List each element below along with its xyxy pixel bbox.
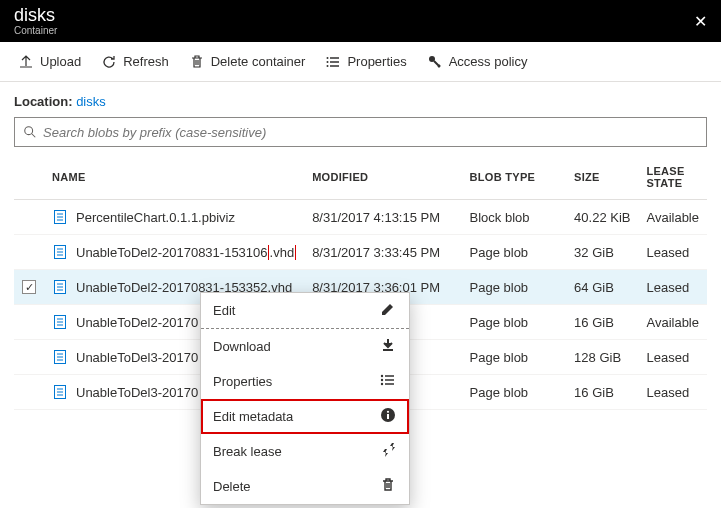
cell-size: 128 GiB xyxy=(566,340,638,375)
file-name: UnableToDel2-20170 xyxy=(76,315,198,330)
cell-modified: 8/31/2017 4:13:15 PM xyxy=(304,200,461,235)
window-subtitle: Container xyxy=(14,25,57,36)
cell-size: 16 GiB xyxy=(566,375,638,410)
cell-lease: Leased xyxy=(638,340,707,375)
context-menu-label: Break lease xyxy=(213,444,282,459)
cell-size: 40.22 KiB xyxy=(566,200,638,235)
column-size[interactable]: SIZE xyxy=(566,155,638,200)
svg-rect-33 xyxy=(387,414,389,419)
search-input[interactable] xyxy=(37,124,698,141)
properties-button[interactable]: Properties xyxy=(317,50,414,74)
cell-blob-type: Page blob xyxy=(462,305,567,340)
cell-lease: Available xyxy=(638,200,707,235)
table-row[interactable]: PercentileChart.0.1.1.pbiviz8/31/2017 4:… xyxy=(14,200,707,235)
search-input-wrapper[interactable] xyxy=(14,117,707,147)
info-icon xyxy=(379,407,397,426)
cell-lease: Leased xyxy=(638,235,707,270)
column-modified[interactable]: MODIFIED xyxy=(304,155,461,200)
highlighted-extension: .vhd xyxy=(268,245,297,260)
column-name[interactable]: NAME xyxy=(44,155,304,200)
toolbar-label: Properties xyxy=(347,54,406,69)
break-icon xyxy=(379,442,397,461)
svg-point-0 xyxy=(327,57,329,59)
column-select xyxy=(14,155,44,200)
toolbar: Upload Refresh Delete container Properti… xyxy=(0,42,721,82)
window-title: disks xyxy=(14,5,55,25)
context-menu-label: Edit metadata xyxy=(213,409,293,424)
toolbar-label: Upload xyxy=(40,54,81,69)
cell-lease: Leased xyxy=(638,270,707,305)
toolbar-label: Delete container xyxy=(211,54,306,69)
location-link[interactable]: disks xyxy=(76,94,106,109)
delete-container-button[interactable]: Delete container xyxy=(181,50,314,74)
cell-size: 64 GiB xyxy=(566,270,638,305)
context-menu-item[interactable]: Break lease xyxy=(201,434,409,469)
file-name: PercentileChart.0.1.1.pbiviz xyxy=(76,210,235,225)
list-icon xyxy=(325,54,341,70)
toolbar-label: Access policy xyxy=(449,54,528,69)
cell-blob-type: Page blob xyxy=(462,340,567,375)
cell-blob-type: Page blob xyxy=(462,375,567,410)
svg-point-29 xyxy=(381,375,383,377)
download-icon xyxy=(379,337,397,356)
checkbox-icon[interactable]: ✓ xyxy=(22,280,36,294)
cell-lease: Leased xyxy=(638,375,707,410)
table-row[interactable]: UnableToDel2-20170831-153106.vhd8/31/201… xyxy=(14,235,707,270)
context-menu-label: Delete xyxy=(213,479,251,494)
close-icon[interactable]: ✕ xyxy=(694,12,707,31)
svg-point-34 xyxy=(387,411,389,413)
cell-size: 32 GiB xyxy=(566,235,638,270)
access-policy-button[interactable]: Access policy xyxy=(419,50,536,74)
trash-icon xyxy=(189,54,205,70)
cell-size: 16 GiB xyxy=(566,305,638,340)
svg-point-4 xyxy=(25,127,33,135)
context-menu-label: Edit xyxy=(213,303,235,318)
refresh-icon xyxy=(101,54,117,70)
search-icon xyxy=(23,125,37,139)
svg-point-31 xyxy=(381,383,383,385)
column-blob-type[interactable]: BLOB TYPE xyxy=(462,155,567,200)
list-icon xyxy=(379,372,397,391)
context-menu-label: Properties xyxy=(213,374,272,389)
svg-point-2 xyxy=(327,65,329,67)
cell-blob-type: Page blob xyxy=(462,270,567,305)
window-titlebar: disks Container ✕ xyxy=(0,0,721,42)
toolbar-label: Refresh xyxy=(123,54,169,69)
file-name: UnableToDel3-20170 xyxy=(76,350,198,365)
cell-blob-type: Block blob xyxy=(462,200,567,235)
context-menu-item[interactable]: Properties xyxy=(201,364,409,399)
upload-button[interactable]: Upload xyxy=(10,50,89,74)
cell-modified: 8/31/2017 3:33:45 PM xyxy=(304,235,461,270)
svg-point-30 xyxy=(381,379,383,381)
location-label: Location: xyxy=(14,94,73,109)
context-menu-label: Download xyxy=(213,339,271,354)
column-lease[interactable]: LEASE STATE xyxy=(638,155,707,200)
file-name: UnableToDel3-20170 xyxy=(76,385,198,400)
context-menu: EditDownloadPropertiesEdit metadataBreak… xyxy=(200,292,410,505)
refresh-button[interactable]: Refresh xyxy=(93,50,177,74)
upload-icon xyxy=(18,54,34,70)
context-menu-item[interactable]: Download xyxy=(201,329,409,364)
context-menu-item[interactable]: Edit xyxy=(201,293,409,329)
context-menu-item[interactable]: Delete xyxy=(201,469,409,504)
pencil-icon xyxy=(379,301,397,320)
trash-icon xyxy=(379,477,397,496)
file-name: UnableToDel2-20170831-153106.vhd xyxy=(76,245,296,260)
breadcrumb: Location: disks xyxy=(0,82,721,117)
key-icon xyxy=(427,54,443,70)
svg-point-1 xyxy=(327,61,329,63)
cell-lease: Available xyxy=(638,305,707,340)
cell-blob-type: Page blob xyxy=(462,235,567,270)
context-menu-item[interactable]: Edit metadata xyxy=(201,399,409,434)
